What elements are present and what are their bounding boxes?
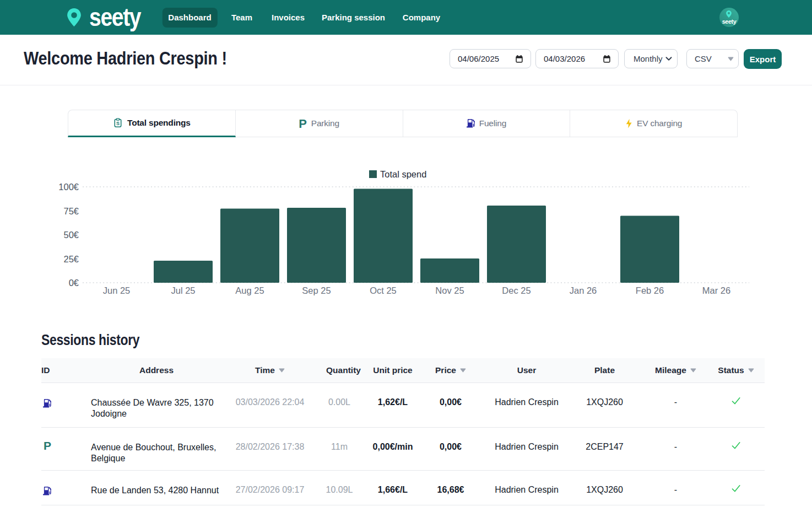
svg-text:Jun 25: Jun 25: [103, 285, 131, 295]
svg-text:Nov 25: Nov 25: [435, 285, 464, 295]
svg-text:Jul 25: Jul 25: [171, 285, 195, 295]
svg-text:0€: 0€: [69, 278, 79, 288]
svg-text:Total spend: Total spend: [380, 169, 426, 179]
svg-text:25€: 25€: [63, 254, 79, 264]
svg-text:Sep 25: Sep 25: [302, 285, 331, 295]
svg-text:S: S: [116, 121, 120, 126]
svg-text:50€: 50€: [63, 230, 79, 240]
svg-text:Feb 26: Feb 26: [636, 285, 664, 295]
svg-text:Oct 25: Oct 25: [370, 285, 397, 295]
svg-text:Aug 25: Aug 25: [235, 285, 264, 295]
svg-text:75€: 75€: [63, 206, 79, 216]
svg-text:100€: 100€: [58, 182, 79, 192]
svg-text:Jan 26: Jan 26: [570, 285, 597, 295]
svg-text:Mar 26: Mar 26: [702, 285, 730, 295]
svg-text:Dec 25: Dec 25: [502, 285, 530, 295]
